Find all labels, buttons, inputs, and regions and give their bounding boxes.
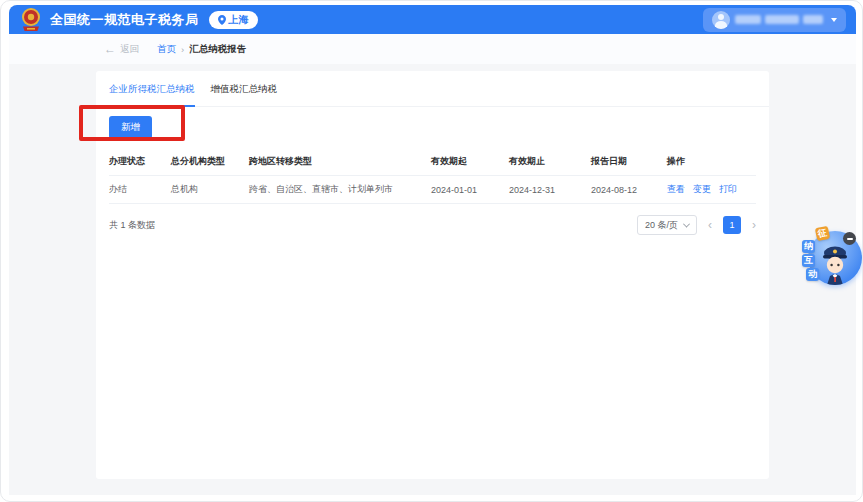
table-row: 办结 总机构 跨省、自治区、直辖市、计划单列市 2024-01-01 2024-… [109, 176, 756, 204]
back-button[interactable]: ← 返回 [104, 43, 139, 56]
breadcrumb: 首页 › 汇总纳税报告 [157, 43, 246, 56]
tab-bar: 企业所得税汇总纳税 增值税汇总纳税 [96, 71, 769, 107]
cell-report-date: 2024-08-12 [591, 185, 667, 195]
app-header: 全国统一规范电子税务局 上海 [9, 5, 856, 34]
col-header-valid-from: 有效期起 [431, 155, 509, 168]
total-count-label: 共 1 条数据 [109, 219, 155, 232]
col-header-actions: 操作 [667, 155, 756, 168]
content-area: 企业所得税汇总纳税 增值税汇总纳税 新增 办理状态 总分机构类型 跨地区转移类型… [9, 64, 856, 495]
location-label: 上海 [229, 13, 249, 27]
toolbar: 新增 [96, 107, 769, 148]
col-header-transfer-type: 跨地区转移类型 [249, 155, 431, 168]
pagination: 20 条/页 ‹ 1 › [637, 215, 756, 235]
user-avatar [712, 11, 730, 29]
col-header-valid-to: 有效期止 [509, 155, 591, 168]
breadcrumb-home[interactable]: 首页 [157, 43, 176, 56]
next-page-button[interactable]: › [752, 219, 756, 231]
print-link[interactable]: 打印 [719, 183, 737, 196]
cell-status: 办结 [109, 183, 171, 196]
app-title: 全国统一规范电子税务局 [50, 11, 199, 29]
report-table: 办理状态 总分机构类型 跨地区转移类型 有效期起 有效期止 报告日期 操作 办结… [109, 148, 756, 204]
col-header-status: 办理状态 [109, 155, 171, 168]
cell-valid-to: 2024-12-31 [509, 185, 591, 195]
location-selector[interactable]: 上海 [209, 11, 258, 29]
page-number-current[interactable]: 1 [723, 216, 741, 234]
page-size-value: 20 条/页 [645, 219, 678, 232]
back-arrow-icon: ← [104, 43, 116, 55]
mascot-char-badge: 纳 [802, 240, 815, 253]
breadcrumb-separator: › [181, 44, 184, 55]
table-header-row: 办理状态 总分机构类型 跨地区转移类型 有效期起 有效期止 报告日期 操作 [109, 148, 756, 176]
interaction-assistant-widget: 征 纳 互 动 [804, 227, 863, 289]
chevron-down-icon [831, 18, 837, 22]
change-link[interactable]: 变更 [693, 183, 711, 196]
col-header-report-date: 报告日期 [591, 155, 667, 168]
main-card: 企业所得税汇总纳税 增值税汇总纳税 新增 办理状态 总分机构类型 跨地区转移类型… [96, 71, 769, 479]
chevron-down-icon [683, 220, 690, 227]
browser-window: 全国统一规范电子税务局 上海 ← 返回 首页 › 汇总纳税报告 [0, 0, 863, 502]
mascot-char-badge: 互 [802, 254, 815, 267]
mascot-char-badge: 征 [815, 226, 830, 241]
tab-corporate-income-tax[interactable]: 企业所得税汇总纳税 [109, 83, 195, 107]
table-footer: 共 1 条数据 20 条/页 ‹ 1 › [96, 204, 769, 246]
cell-org-type: 总机构 [171, 183, 249, 196]
breadcrumb-current: 汇总纳税报告 [189, 43, 246, 56]
mascot-char-badge: 动 [806, 268, 819, 281]
cell-valid-from: 2024-01-01 [431, 185, 509, 195]
prev-page-button[interactable]: ‹ [708, 219, 712, 231]
tab-vat[interactable]: 增值税汇总纳税 [211, 83, 278, 106]
user-account-menu[interactable] [703, 8, 846, 32]
location-pin-icon [218, 15, 226, 25]
add-new-button[interactable]: 新增 [109, 116, 152, 139]
cell-transfer-type: 跨省、自治区、直辖市、计划单列市 [249, 183, 431, 196]
breadcrumb-bar: ← 返回 首页 › 汇总纳税报告 [9, 34, 856, 64]
mascot-minimize-button[interactable] [843, 232, 856, 245]
tax-bureau-emblem-icon [19, 7, 43, 33]
cell-actions: 查看 变更 打印 [667, 183, 756, 196]
tax-officer-mascot-icon [818, 243, 852, 285]
user-name-redacted [735, 15, 823, 24]
back-label: 返回 [120, 43, 139, 56]
page-size-select[interactable]: 20 条/页 [637, 215, 697, 235]
view-link[interactable]: 查看 [667, 183, 685, 196]
col-header-org-type: 总分机构类型 [171, 155, 249, 168]
